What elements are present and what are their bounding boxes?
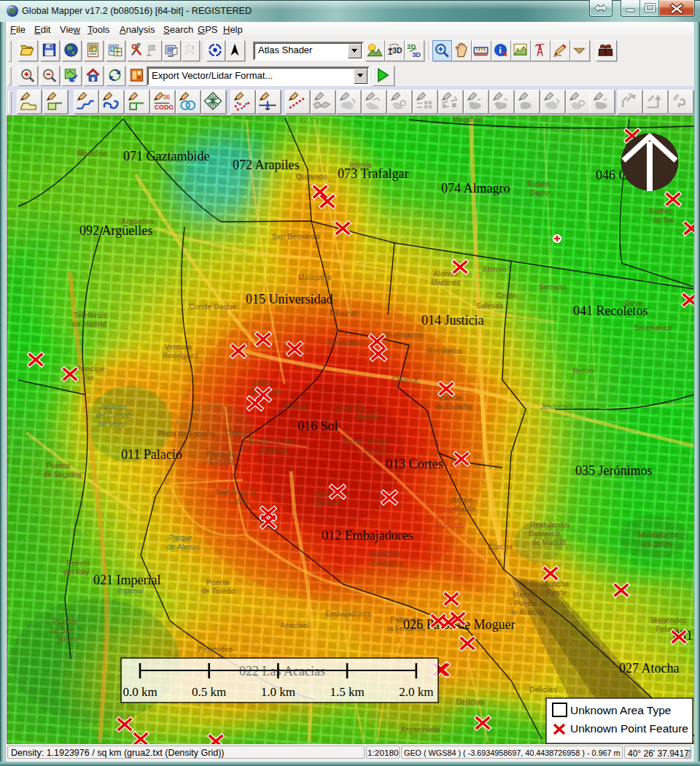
svg-text:Puente: Puente [66,560,91,568]
svg-text:San Bernardo: San Bernardo [272,233,320,241]
svg-text:1.0 km: 1.0 km [261,685,295,699]
svg-text:de Madrid: de Madrid [532,538,566,546]
svg-text:027 Atocha: 027 Atocha [619,661,680,676]
svg-text:Salamanca: Salamanca [634,324,672,332]
svg-text:015 Universidad: 015 Universidad [246,292,332,306]
svg-text:012 Embajadores: 012 Embajadores [322,528,413,543]
svg-text:del Moro: del Moro [97,420,125,428]
svg-text:Menéndez: Menéndez [651,616,686,624]
svg-text:Madrid: Madrid [513,591,537,599]
svg-text:Parque: Parque [168,534,192,542]
svg-text:092 Argüelles: 092 Argüelles [79,223,152,238]
svg-text:Retiro: Retiro [573,367,594,375]
svg-text:Ópera: Ópera [225,428,246,437]
svg-text:013 Cortes: 013 Cortes [386,457,443,471]
svg-text:Letras: Letras [364,448,386,456]
svg-text:016 Sol: 016 Sol [298,419,338,433]
svg-text:Unknown Area Type: Unknown Area Type [570,704,671,716]
svg-text:de Toledo: de Toledo [201,587,235,595]
svg-text:Botánico: Botánico [529,530,560,538]
svg-text:Atocha: Atocha [488,543,513,551]
svg-text:de Bal: de Bal [653,216,674,224]
svg-text:Quevedo: Quevedo [296,173,327,181]
svg-text:Jerónimos: Jerónimos [540,403,574,411]
svg-text:Serrano: Serrano [539,283,567,291]
svg-text:Ventura: Ventura [165,343,192,351]
svg-text:Chueca: Chueca [392,376,419,384]
svg-text:Unknown Point Feature: Unknown Point Feature [570,722,688,735]
svg-text:Renfe: Renfe [546,589,567,597]
svg-text:Fuencarral: Fuencarral [386,331,423,339]
svg-text:del Campo: del Campo [96,411,131,419]
svg-text:Lavapies: Lavapies [371,560,402,568]
svg-text:Alonso: Alonso [482,266,507,274]
svg-text:Príncipe: Príncipe [76,365,105,373]
svg-text:Pío: Pío [82,374,94,382]
svg-text:de San: de San [50,627,74,635]
svg-text:073 Trafalgar: 073 Trafalgar [338,166,409,181]
svg-text:le Atocha: le Atocha [511,608,544,616]
svg-text:Austrias: Austrias [260,446,289,454]
svg-text:Delicias: Delicias [456,698,484,706]
svg-text:Real Jardín: Real Jardín [530,521,569,529]
svg-text:074 Almagro: 074 Almagro [441,181,510,196]
svg-text:Colón: Colón [497,292,517,300]
svg-text:Conde Duque: Conde Duque [189,303,236,311]
svg-text:de Atenas: de Atenas [167,543,200,551]
svg-text:Molina: Molina [316,499,339,507]
svg-text:Marañón: Marañón [453,116,483,123]
svg-text:Núñez: Núñez [650,207,672,215]
svg-text:de Segovia: de Segovia [43,471,82,479]
svg-text:- Puerta: - Puerta [510,600,537,608]
svg-text:3D: 3D [412,51,421,58]
svg-text:Latina: Latina [228,498,250,506]
svg-text:Rodríguez: Rodríguez [163,352,198,360]
svg-text:Recoletos: Recoletos [427,347,462,355]
svg-text:Plaza de España: Plaza de España [158,430,215,438]
svg-text:Sevilla: Sevilla [357,413,380,421]
svg-text:Puente: Puente [46,462,71,470]
svg-text:011 Palacio: 011 Palacio [121,447,182,462]
svg-text:0.0 km: 0.0 km [122,685,157,699]
svg-text:Moncloa: Moncloa [77,150,107,158]
svg-text:Teleférico: Teleférico [74,312,108,320]
svg-text:071 Gaztambide: 071 Gaztambide [123,149,209,163]
svg-text:Puerta: Puerta [206,579,230,587]
svg-text:España: España [209,458,236,466]
svg-text:Martínez: Martínez [431,279,461,287]
svg-text:Barrio de los: Barrio de los [249,438,294,446]
svg-text:36: 36 [163,93,170,101]
svg-text:014 Justicia: 014 Justicia [421,313,484,328]
svg-text:CODO: CODO [155,104,173,111]
svg-text:Isidro: Isidro [58,635,77,643]
svg-text:de Madrid: de Madrid [72,320,106,328]
svg-text:0.5 km: 0.5 km [192,685,226,699]
svg-text:Tribunal: Tribunal [329,309,357,317]
svg-text:Puente: Puente [53,618,78,626]
svg-text:Embajadores: Embajadores [325,610,371,618]
svg-text:Rubén: Rubén [527,180,550,188]
svg-text:2.0 km: 2.0 km [399,685,433,699]
svg-text:072 Arapiles: 072 Arapiles [233,158,300,172]
svg-text:Acacias: Acacias [280,622,308,630]
svg-text:i: i [499,45,502,55]
svg-text:Pirámides: Pirámides [198,646,233,654]
svg-text:Montaña de: Montaña de [638,531,679,539]
svg-text:Darío: Darío [530,189,549,197]
svg-text:General: General [435,514,459,521]
svg-text:los gatos: los gatos [641,540,673,548]
svg-text:Santo: Santo [252,379,273,387]
svg-text:041 Recoletos: 041 Recoletos [573,303,648,318]
svg-text:Lavapiés: Lavapiés [369,550,400,558]
svg-text:Arganzuela: Arganzuela [400,726,440,734]
svg-text:035 Jerónimos: 035 Jerónimos [575,463,653,478]
svg-text:Plaza de: Plaza de [206,450,236,458]
svg-text:de España: de España [435,403,472,411]
svg-text:Noviciado: Noviciado [327,338,362,347]
svg-text:Salesas: Salesas [476,302,504,310]
svg-text:Delicias: Delicias [529,686,557,694]
svg-text:Jardines: Jardines [98,403,127,411]
svg-text:Cuartel: Cuartel [437,506,459,513]
svg-text:del Ejército: del Ejército [432,522,465,529]
svg-text:Callao: Callao [285,403,307,411]
